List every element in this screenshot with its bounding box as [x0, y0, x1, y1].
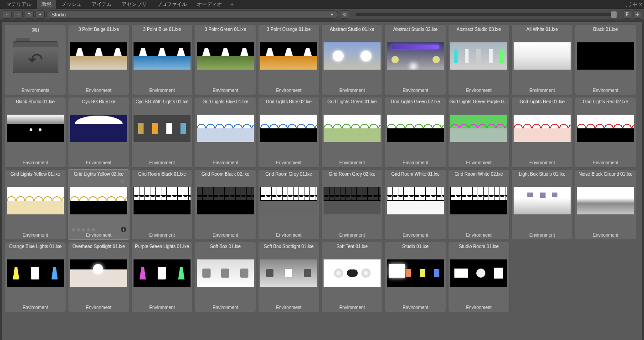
tab-add-button[interactable]: +: [227, 1, 237, 8]
tab-4[interactable]: アセンブリ: [117, 0, 151, 9]
asset-title: Grid Room Black 01.lxe: [132, 170, 192, 178]
asset-title: Soft Tent 01.lxe: [322, 242, 382, 250]
up-button[interactable]: ↰: [25, 10, 34, 19]
info-icon[interactable]: i: [121, 227, 126, 232]
tab-3[interactable]: アイテム: [87, 0, 116, 9]
tab-0[interactable]: マテリアル: [2, 0, 36, 9]
close-icon[interactable]: ×: [639, 1, 642, 8]
asset-item[interactable]: 3 Point Beige 01.lxe Environment: [68, 25, 129, 95]
asset-item[interactable]: 3 Point Green 01.lxe Environment: [195, 25, 256, 95]
asset-title: 3 Point Orange 01.lxe: [258, 25, 319, 33]
asset-item[interactable]: Grid Lights Yellow 02.lxe ♡ i Environmen…: [68, 169, 129, 240]
parent-folder-type: Environments: [20, 86, 51, 95]
asset-item[interactable]: Noise Black Ground 01.lxe Environment: [575, 169, 636, 240]
asset-item[interactable]: Grid Room White 01.lxe Environment: [385, 169, 446, 240]
asset-item[interactable]: Purple Green Lights 01.lxe Environment: [131, 242, 193, 312]
asset-item[interactable]: 3 Point Blue 01.lxe Environment: [131, 25, 193, 95]
asset-type: Environment: [84, 86, 113, 95]
asset-title: Grid Lights Yellow 01.lxe: [5, 170, 66, 178]
asset-type: Environment: [147, 158, 176, 167]
asset-item[interactable]: Abstract Studio 01.lxe Environment: [321, 25, 383, 95]
asset-title: Grid Lights Red 02.lxe: [575, 97, 636, 106]
toolbar: ← → ↰ + Studio ▾ ↻ F ✢: [0, 9, 644, 20]
add-button[interactable]: +: [36, 10, 45, 19]
asset-item[interactable]: 3 Point Orange 01.lxe Environment: [258, 25, 319, 95]
asset-type: Environment: [591, 158, 620, 167]
asset-type: Environment: [337, 86, 366, 95]
asset-item[interactable]: Grid Lights Green 02.lxe Environment: [385, 97, 446, 167]
refresh-button[interactable]: ↻: [340, 10, 349, 19]
asset-item[interactable]: Black 01.lxe Environment: [575, 25, 636, 95]
tab-bar: マテリアル環境メッシュアイテムアセンブリプロファイルオーディオ+ ⛶ ✢ ×: [0, 0, 644, 9]
tab-5[interactable]: プロファイル: [152, 0, 191, 9]
asset-item[interactable]: Abstract Studio 03.lxe Environment: [448, 25, 510, 95]
asset-type: Environment: [211, 86, 240, 95]
asset-type: Environment: [337, 303, 366, 312]
filter-button[interactable]: F: [623, 10, 631, 19]
asset-type: Environment: [274, 158, 303, 167]
asset-type: Environment: [527, 158, 556, 167]
asset-type: Environment: [464, 86, 493, 95]
asset-item[interactable]: Light Box Studio 01.lxe Environment: [511, 169, 573, 240]
asset-item[interactable]: Grid Lights Green 01.lxe Environment: [321, 97, 383, 167]
asset-item[interactable]: Cyc BG With Lights 01.lxe Environment: [131, 97, 193, 167]
zoom-slider[interactable]: [355, 13, 617, 16]
forward-button[interactable]: →: [14, 10, 23, 19]
asset-title: Grid Lights Red 01.lxe: [512, 97, 572, 106]
asset-type: Environment: [527, 86, 556, 95]
back-button[interactable]: ←: [3, 10, 12, 19]
path-dropdown[interactable]: Studio ▾: [46, 10, 338, 19]
asset-item[interactable]: Grid Room Black 02.lxe Environment: [195, 169, 256, 240]
asset-item[interactable]: Grid Room Black 01.lxe Environment: [131, 169, 193, 240]
asset-type: Environment: [591, 86, 620, 95]
asset-type: Environment: [147, 231, 176, 239]
asset-item[interactable]: Grid Lights Blue 02.lxe Environment: [258, 97, 319, 167]
asset-item[interactable]: Grid Room Grey 02.lxe Environment: [321, 169, 383, 240]
asset-item[interactable]: Soft Box Spotlight 01.lxe Environment: [258, 242, 319, 312]
rating-stars[interactable]: [71, 228, 96, 232]
asset-title: Black 01.lxe: [575, 25, 636, 33]
expand-icon[interactable]: ⛶: [625, 1, 631, 8]
asset-title: Light Box Studio 01.lxe: [512, 170, 572, 178]
asset-title: Black Studio 01.lxe: [5, 97, 66, 106]
asset-type: Environment: [527, 231, 556, 239]
asset-item[interactable]: All White 01.lxe Environment: [511, 25, 573, 95]
asset-item[interactable]: Studio 01.lxe Environment: [385, 242, 446, 312]
asset-item[interactable]: Black Studio 01.lxe Environment: [5, 97, 66, 167]
parent-folder-label: (親): [5, 25, 66, 33]
settings-gear-icon[interactable]: ✢: [633, 10, 641, 19]
asset-item[interactable]: Cyc BG Blue.lxe Environment: [68, 97, 129, 167]
asset-browser: (親) ↶ Environments 3 Point Beige 01.lxe …: [1, 21, 643, 340]
asset-item[interactable]: Grid Lights Green Purple 01.lxe Environm…: [448, 97, 510, 167]
asset-type: Environment: [401, 158, 430, 167]
asset-item[interactable]: Grid Room Grey 01.lxe Environment: [258, 169, 319, 240]
asset-item[interactable]: Soft Box 01.lxe Environment: [195, 242, 256, 312]
asset-item[interactable]: Grid Lights Red 01.lxe Environment: [511, 97, 573, 167]
asset-item[interactable]: Overhead Spotlight 01.lxe Environment: [68, 242, 129, 312]
asset-type: Environment: [401, 231, 430, 239]
gear-icon[interactable]: ✢: [633, 1, 637, 8]
favorite-icon[interactable]: ♡: [121, 179, 126, 184]
asset-item[interactable]: Grid Lights Yellow 01.lxe Environment: [5, 169, 66, 240]
asset-item[interactable]: Grid Lights Blue 01.lxe Environment: [195, 97, 256, 167]
asset-title: Grid Lights Green Purple 01.lxe: [448, 97, 509, 106]
asset-type: Environment: [401, 86, 430, 95]
asset-item[interactable]: Grid Room White 02.lxe Environment: [448, 169, 510, 240]
asset-item[interactable]: Orange Blue Lights 01.lxe Environment: [5, 242, 66, 312]
tab-bar-right: ⛶ ✢ ×: [625, 1, 642, 8]
asset-item[interactable]: Soft Tent 01.lxe Environment: [321, 242, 383, 312]
asset-item[interactable]: Abstract Studio 02.lxe Environment: [385, 25, 446, 95]
asset-type: Environment: [274, 231, 303, 239]
asset-type: Environment: [21, 158, 50, 167]
asset-type: Environment: [147, 303, 176, 312]
asset-item[interactable]: Grid Lights Red 02.lxe Environment: [575, 97, 636, 167]
asset-title: Grid Room White 02.lxe: [448, 170, 509, 178]
tab-6[interactable]: オーディオ: [192, 0, 227, 9]
tab-1[interactable]: 環境: [37, 0, 56, 9]
asset-grid: (親) ↶ Environments 3 Point Beige 01.lxe …: [5, 25, 639, 312]
asset-item[interactable]: Studio Room 01.lxe Environment: [448, 242, 510, 312]
zoom-slider-thumb[interactable]: [611, 11, 617, 18]
parent-folder[interactable]: (親) ↶ Environments: [5, 25, 66, 95]
tab-2[interactable]: メッシュ: [57, 0, 86, 9]
chevron-down-icon: ▾: [331, 12, 333, 17]
